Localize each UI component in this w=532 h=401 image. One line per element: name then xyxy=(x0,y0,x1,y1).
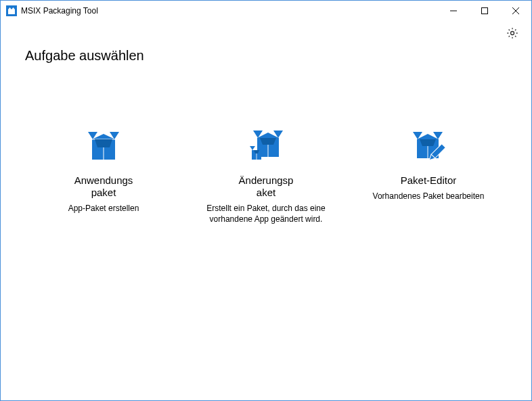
task-application-package[interactable]: Anwendungs paket App-Paket erstellen xyxy=(36,124,171,225)
task-description: Erstellt ein Paket, durch das eine vorha… xyxy=(198,203,334,225)
close-button[interactable] xyxy=(500,1,531,21)
window-controls xyxy=(438,1,531,21)
window-title: MSIX Packaging Tool xyxy=(21,6,438,16)
task-title: Anwendungs paket xyxy=(74,174,133,199)
task-description: App-Paket erstellen xyxy=(68,203,139,214)
task-list: Anwendungs paket App-Paket erstellen xyxy=(1,124,531,225)
box-with-pencil-icon xyxy=(407,124,450,168)
gear-icon xyxy=(506,26,519,43)
box-with-sub-box-icon xyxy=(244,124,288,168)
titlebar: MSIX Packaging Tool xyxy=(1,1,531,21)
svg-point-8 xyxy=(511,32,514,35)
app-icon xyxy=(6,5,17,16)
svg-marker-21 xyxy=(260,138,276,145)
toolbar xyxy=(1,21,531,43)
task-description: Vorhandenes Paket bearbeiten xyxy=(373,191,485,202)
task-package-editor[interactable]: Paket-Editor Vorhandenes Paket bearbeite… xyxy=(361,124,496,225)
svg-marker-32 xyxy=(420,139,436,146)
minimize-button[interactable] xyxy=(438,1,469,21)
svg-rect-5 xyxy=(482,8,488,14)
svg-rect-1 xyxy=(8,9,15,14)
box-icon xyxy=(82,124,125,168)
svg-marker-15 xyxy=(95,139,112,147)
settings-button[interactable] xyxy=(504,26,520,43)
task-modification-package[interactable]: Änderungsp aket Erstellt ein Paket, durc… xyxy=(198,124,334,225)
task-title: Änderungsp aket xyxy=(239,174,294,199)
task-title: Paket-Editor xyxy=(401,174,457,187)
svg-marker-22 xyxy=(250,146,255,150)
page-title: Aufgabe auswählen xyxy=(1,43,531,64)
maximize-button[interactable] xyxy=(469,1,500,21)
